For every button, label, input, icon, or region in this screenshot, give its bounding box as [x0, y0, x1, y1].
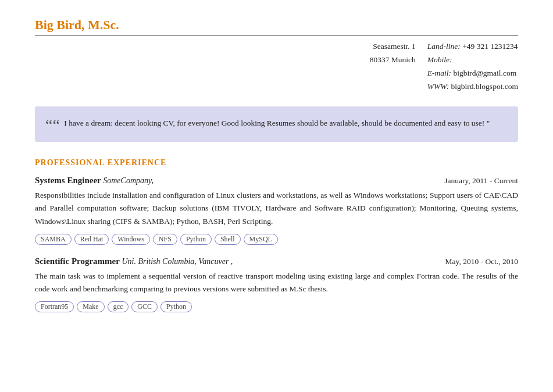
- email-value: bigbird@gmail.com: [453, 69, 516, 77]
- job-2-tags: Fortran95MakegccGCCPython: [35, 301, 518, 312]
- contact-details: Land-line: +49 321 1231234 Mobile: E-mai…: [427, 40, 518, 94]
- experience-section: Professional Experience Systems Engineer…: [35, 158, 518, 312]
- www-label: WWW:: [427, 82, 449, 91]
- www-value: bigbird.blogspot.com: [451, 82, 519, 91]
- job-2-description: The main task was to implement a sequent…: [35, 270, 518, 296]
- tag: GCC: [131, 301, 158, 312]
- header-divider: [35, 35, 518, 35]
- quote-text: I have a dream: decent looking CV, for e…: [64, 119, 490, 127]
- experience-section-title: Professional Experience: [35, 158, 518, 168]
- job-2-header: Scientific Programmer Uni. British Colum…: [35, 256, 518, 266]
- job-1-date: January, 2011 - Current: [444, 176, 518, 186]
- job-1-title-company: Systems Engineer SomeCompany,: [35, 176, 154, 186]
- tag: Shell: [215, 234, 241, 245]
- email-label: E-mail:: [427, 69, 451, 77]
- mobile: Mobile:: [427, 54, 518, 67]
- job-1-tags: SAMBARed HatWindowsNFSPythonShellMySQL: [35, 234, 518, 245]
- job-1-title: Systems Engineer: [35, 176, 101, 185]
- job-1-company: SomeCompany,: [103, 176, 154, 185]
- tag: gcc: [108, 301, 129, 312]
- job-1: Systems Engineer SomeCompany, January, 2…: [35, 176, 518, 245]
- landline-label: Land-line:: [427, 42, 461, 51]
- landline-value: +49 321 1231234: [462, 42, 518, 51]
- tag: MySQL: [244, 234, 278, 245]
- tag: Fortran95: [35, 301, 74, 312]
- tag: SAMBA: [35, 234, 72, 245]
- job-2-title: Scientific Programmer: [35, 256, 120, 266]
- tag: Python: [180, 234, 212, 245]
- mobile-label: Mobile:: [427, 55, 452, 64]
- header: Big Bird, M.Sc. Seasamestr. 1 80337 Muni…: [35, 17, 518, 94]
- contact-address: Seasamestr. 1 80337 Munich: [370, 40, 416, 94]
- tag: Windows: [112, 234, 150, 245]
- name-title: Big Bird, M.Sc.: [35, 17, 518, 33]
- job-2-date: May, 2010 - Oct., 2010: [445, 257, 518, 266]
- tag: Make: [77, 301, 104, 312]
- address-line1: Seasamestr. 1: [370, 40, 416, 54]
- page: Big Bird, M.Sc. Seasamestr. 1 80337 Muni…: [35, 17, 518, 312]
- job-1-header: Systems Engineer SomeCompany, January, 2…: [35, 176, 518, 186]
- tag: Python: [160, 301, 192, 312]
- job-2: Scientific Programmer Uni. British Colum…: [35, 256, 518, 313]
- tag: Red Hat: [74, 234, 109, 245]
- job-1-description: Responsibilities include installation an…: [35, 189, 518, 228]
- quote-box: ““ I have a dream: decent looking CV, fo…: [35, 106, 518, 142]
- quote-open-icon: ““: [45, 116, 60, 134]
- landline: Land-line: +49 321 1231234: [427, 40, 518, 54]
- job-2-title-company: Scientific Programmer Uni. British Colum…: [35, 256, 233, 266]
- job-2-company: Uni. British Columbia, Vancuver ,: [122, 257, 233, 266]
- www: WWW: bigbird.blogspot.com: [427, 80, 518, 94]
- contact-block: Seasamestr. 1 80337 Munich Land-line: +4…: [35, 40, 518, 94]
- tag: NFS: [153, 234, 177, 245]
- email: E-mail: bigbird@gmail.com: [427, 67, 518, 80]
- address-line2: 80337 Munich: [370, 54, 416, 67]
